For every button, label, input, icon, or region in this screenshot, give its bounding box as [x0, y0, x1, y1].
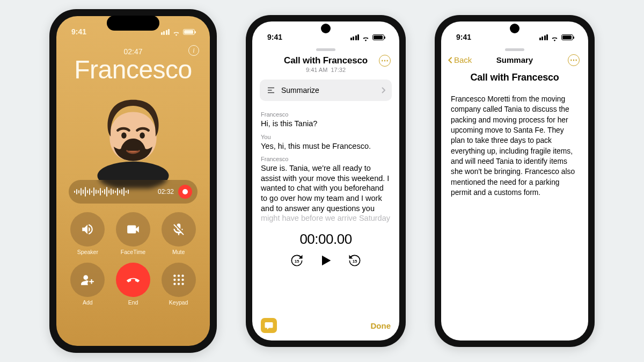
cell-signal-icon — [539, 34, 548, 40]
play-icon[interactable] — [318, 253, 333, 268]
waveform-icon — [74, 186, 153, 197]
chevron-right-icon — [381, 87, 385, 93]
add-label: Add — [83, 299, 93, 306]
header-title: Summary — [496, 55, 533, 64]
keypad-label: Keypad — [169, 299, 188, 306]
back-button[interactable]: Back — [448, 55, 472, 64]
svg-point-8 — [173, 279, 175, 281]
summarize-button[interactable]: Summarize — [260, 79, 392, 101]
cell-signal-icon — [350, 34, 360, 40]
svg-point-13 — [181, 283, 184, 285]
transcript-line: Sure is. Tania, we're all ready to assis… — [261, 163, 391, 223]
phone-call-screen: 9:41 i 02:47 Francesco — [49, 9, 217, 353]
transcript-toggle-icon[interactable] — [261, 318, 277, 333]
skip-forward-15-icon[interactable]: 15 — [347, 253, 362, 268]
speaker-label: Francesco — [261, 111, 391, 118]
battery-icon — [372, 34, 384, 40]
phone-transcript-screen: 9:41 Call with Francesco ⋯ 9:41 AM 17:32… — [246, 15, 406, 347]
battery-icon — [183, 29, 195, 35]
transcript-line: Yes, hi, this must be Francesco. — [261, 141, 391, 151]
transcript-line: Hi, is this Tania? — [261, 119, 391, 129]
phone-summary-screen: 9:41 Back Summary ⋯ Call with Francesco … — [435, 15, 595, 347]
facetime-label: FaceTime — [121, 249, 145, 255]
back-label: Back — [454, 55, 472, 64]
end-label: End — [128, 299, 138, 306]
caller-name: Francesco — [74, 55, 192, 84]
svg-text:15: 15 — [353, 258, 357, 263]
summary-title: Call with Francesco — [441, 72, 588, 83]
status-time: 9:41 — [267, 33, 282, 41]
facetime-button[interactable]: FaceTime — [113, 212, 153, 255]
recording-time: 02:32 — [158, 188, 174, 196]
summarize-icon — [266, 85, 276, 95]
status-time: 9:41 — [71, 27, 86, 36]
summarize-label: Summarize — [281, 86, 319, 95]
svg-point-9 — [177, 279, 179, 281]
cell-signal-icon — [161, 29, 170, 35]
svg-point-2 — [140, 133, 145, 139]
svg-point-7 — [181, 274, 184, 277]
chevron-left-icon — [448, 56, 453, 64]
front-camera — [510, 24, 519, 33]
sheet-grabber[interactable] — [505, 48, 524, 51]
speaker-label: Speaker — [77, 249, 98, 255]
wifi-icon — [362, 34, 370, 40]
svg-point-1 — [121, 133, 127, 139]
note-title: Call with Francesco — [284, 55, 368, 66]
svg-point-11 — [173, 283, 175, 285]
svg-point-4 — [84, 275, 89, 280]
speaker-label: You — [261, 133, 391, 141]
speaker-label: Francesco — [261, 155, 391, 163]
player-time: 00:00.00 — [252, 231, 399, 248]
note-subtitle: 9:41 AM 17:32 — [252, 67, 399, 73]
record-button[interactable] — [178, 185, 192, 199]
svg-point-6 — [177, 274, 179, 277]
recording-bar: 02:32 — [69, 180, 197, 204]
wifi-icon — [172, 29, 180, 35]
info-icon[interactable]: i — [188, 45, 199, 56]
audio-player: 00:00.00 15 15 — [252, 231, 399, 268]
battery-icon — [561, 34, 573, 40]
status-time: 9:41 — [456, 33, 471, 41]
svg-text:15: 15 — [295, 258, 299, 263]
done-button[interactable]: Done — [371, 321, 391, 330]
add-call-button[interactable]: Add — [68, 263, 108, 306]
more-icon[interactable]: ⋯ — [568, 54, 580, 66]
memoji-avatar — [82, 86, 184, 189]
wifi-icon — [551, 34, 559, 40]
front-camera — [321, 24, 331, 33]
svg-point-5 — [173, 274, 175, 277]
more-icon[interactable]: ⋯ — [379, 55, 391, 67]
skip-back-15-icon[interactable]: 15 — [289, 253, 304, 268]
speaker-button[interactable]: Speaker — [68, 212, 108, 255]
dynamic-island — [107, 16, 159, 31]
sheet-grabber[interactable] — [316, 48, 335, 51]
svg-point-12 — [177, 283, 179, 285]
keypad-button[interactable]: Keypad — [158, 263, 199, 306]
transcript: Francesco Hi, is this Tania? You Yes, hi… — [252, 106, 399, 223]
end-call-button[interactable]: End — [113, 263, 153, 306]
mute-button[interactable]: Mute — [158, 212, 199, 255]
summary-body: Francesco Moretti from the moving compan… — [441, 89, 588, 198]
mute-label: Mute — [172, 249, 185, 255]
svg-point-10 — [181, 279, 184, 281]
